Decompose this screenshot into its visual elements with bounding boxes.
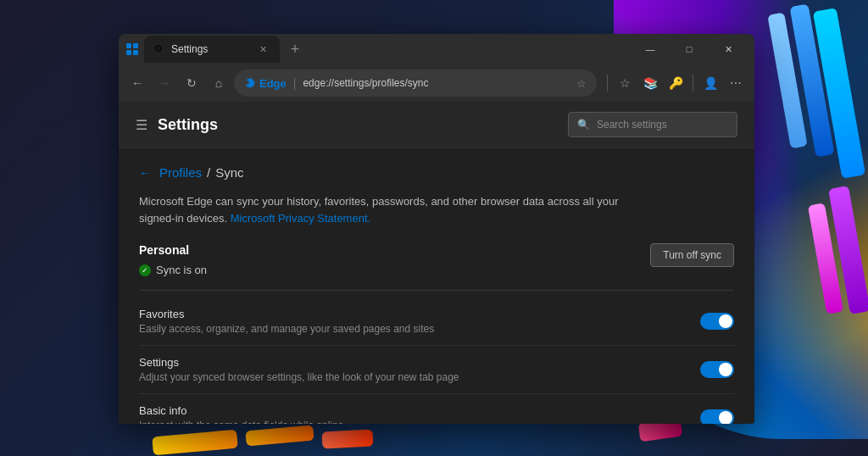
sync-item-settings-toggle[interactable] <box>700 361 734 378</box>
close-button[interactable]: ✕ <box>709 36 748 63</box>
svg-rect-1 <box>133 43 138 48</box>
maximize-button[interactable]: □ <box>670 36 709 63</box>
sync-item-favorites-name: Favorites <box>139 308 434 320</box>
privacy-link[interactable]: Microsoft Privacy Statement. <box>231 212 370 225</box>
edge-label: Edge <box>259 77 287 90</box>
sync-item-basic-info-name: Basic info <box>139 404 343 417</box>
account-name: Personal <box>139 243 207 257</box>
sync-item-basic-info-info: Basic info Interact with the same data f… <box>139 404 343 424</box>
sync-item-favorites-info: Favorites Easily access, organize, and m… <box>139 308 434 335</box>
breadcrumb-current: Sync <box>215 165 243 180</box>
sync-items-list: Favorites Easily access, organize, and m… <box>139 298 734 424</box>
browser-window: ⚙ Settings ✕ + — □ ✕ ← → ↻ ⌂ Edge <box>119 34 754 424</box>
toolbar-wallet-icon[interactable]: 🔑 <box>664 71 687 95</box>
toolbar-profile-icon[interactable]: 👤 <box>698 71 722 95</box>
toolbar-divider <box>607 75 608 92</box>
sync-item-basic-info-toggle[interactable] <box>700 409 734 424</box>
home-button[interactable]: ⌂ <box>207 71 231 95</box>
breadcrumb-parent-link[interactable]: Profiles <box>159 165 202 180</box>
sync-item-settings-desc: Adjust your synced browser settings, lik… <box>139 371 459 383</box>
settings-tab[interactable]: ⚙ Settings ✕ <box>144 36 280 63</box>
deco-strip-6 <box>152 430 238 456</box>
window-controls: — □ ✕ <box>631 36 748 63</box>
title-bar: ⚙ Settings ✕ + — □ ✕ <box>119 34 754 64</box>
refresh-button[interactable]: ↻ <box>180 71 203 95</box>
sync-status-dot: ✓ <box>139 264 151 276</box>
toolbar-collections-icon[interactable]: 📚 <box>638 71 662 95</box>
tab-favicon: ⚙ <box>154 43 166 55</box>
search-box[interactable]: 🔍 Search settings <box>568 112 737 137</box>
sync-item-settings-name: Settings <box>139 356 459 369</box>
account-section: Personal ✓ Sync is on Turn off sync <box>139 243 734 276</box>
address-separator: | <box>293 76 297 90</box>
sync-item-basic-info: Basic info Interact with the same data f… <box>139 394 734 424</box>
tab-close-button[interactable]: ✕ <box>256 42 270 56</box>
sync-item-favorites: Favorites Easily access, organize, and m… <box>139 298 734 346</box>
minimize-button[interactable]: — <box>631 36 670 63</box>
svg-rect-3 <box>133 50 138 55</box>
toolbar-icons: ☆ 📚 🔑 👤 ⋯ <box>604 71 748 95</box>
sync-item-basic-info-desc: Interact with the same data fields while… <box>139 420 343 424</box>
browser-icon <box>125 42 139 56</box>
settings-area: ☰ Settings 🔍 Search settings ← Profiles … <box>119 102 754 424</box>
sync-item-favorites-toggle[interactable] <box>700 313 734 330</box>
settings-header: ☰ Settings 🔍 Search settings <box>119 102 754 148</box>
address-icons: ☆ <box>576 77 587 90</box>
back-button[interactable]: ← <box>125 71 149 95</box>
breadcrumb-separator: / <box>207 165 210 180</box>
section-divider <box>139 290 734 291</box>
turn-off-sync-button[interactable]: Turn off sync <box>650 243 734 267</box>
toolbar-more-icon[interactable]: ⋯ <box>724 71 748 95</box>
search-placeholder: Search settings <box>597 119 667 131</box>
sync-item-favorites-desc: Easily access, organize, and manage your… <box>139 323 434 335</box>
edge-logo: Edge <box>244 77 287 90</box>
tab-title: Settings <box>171 43 251 55</box>
toolbar-favorites-icon[interactable]: ☆ <box>613 71 637 95</box>
account-info: Personal ✓ Sync is on <box>139 243 207 276</box>
navigation-bar: ← → ↻ ⌂ Edge | edge://settings/profiles/… <box>119 64 754 102</box>
breadcrumb: ← Profiles / Sync <box>139 165 734 180</box>
menu-icon[interactable]: ☰ <box>136 117 147 133</box>
address-bar[interactable]: Edge | edge://settings/profiles/sync ☆ <box>234 70 597 97</box>
forward-button[interactable]: → <box>153 71 176 95</box>
content-body: ← Profiles / Sync Microsoft Edge can syn… <box>119 148 754 424</box>
search-icon: 🔍 <box>577 119 590 131</box>
new-tab-button[interactable]: + <box>283 37 307 61</box>
deco-strip-8 <box>322 429 374 448</box>
sync-item-settings-info: Settings Adjust your synced browser sett… <box>139 356 459 383</box>
deco-strip-7 <box>245 425 314 447</box>
url-text: edge://settings/profiles/sync <box>303 77 570 89</box>
main-content: ☰ Settings 🔍 Search settings ← Profiles … <box>119 102 754 424</box>
sync-status-text: Sync is on <box>156 264 207 276</box>
sync-status: ✓ Sync is on <box>139 264 207 276</box>
sync-description: Microsoft Edge can sync your history, fa… <box>139 193 631 226</box>
star-icon[interactable]: ☆ <box>576 77 587 90</box>
settings-title: Settings <box>158 116 218 134</box>
sync-item-settings: Settings Adjust your synced browser sett… <box>139 346 734 394</box>
svg-rect-2 <box>126 50 131 55</box>
breadcrumb-back-icon[interactable]: ← <box>139 166 151 180</box>
toolbar-divider-2 <box>693 75 693 92</box>
svg-rect-0 <box>126 43 131 48</box>
